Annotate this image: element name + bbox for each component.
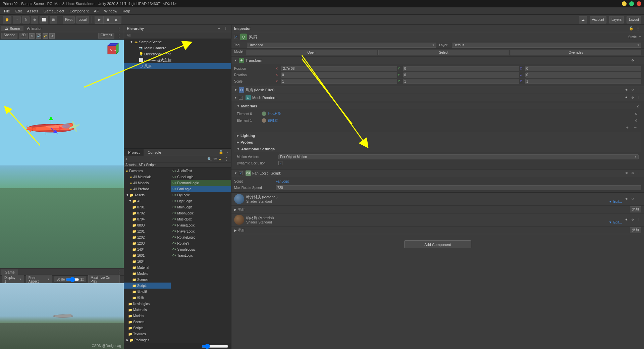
proj-1202[interactable]: 📁 1202 [124, 234, 171, 240]
proj-0803[interactable]: 📁 0803 [124, 222, 171, 228]
project-add-btn[interactable]: + [125, 157, 127, 161]
material2-eye-btn[interactable]: 👁 [624, 217, 629, 222]
menu-help[interactable]: Help [120, 8, 133, 14]
layers-button[interactable]: Layers [609, 16, 624, 23]
select-model-btn[interactable]: Select [378, 50, 509, 55]
material2-more-btn[interactable]: ⋮ [636, 217, 641, 222]
file-moonlogic[interactable]: C# MoonLogic [171, 210, 231, 216]
proj-favorites-header[interactable]: ★ Favorites [124, 168, 171, 174]
tab-game[interactable]: Game [1, 269, 18, 275]
static-dropdown-arrow[interactable]: ▼ [639, 36, 641, 39]
material1-eye-btn[interactable]: 👁 [624, 196, 629, 202]
proj-1604[interactable]: 📁 1604 [124, 258, 171, 264]
hand-tool[interactable]: ✋ [3, 16, 11, 23]
maximize-button[interactable] [629, 1, 634, 6]
cloud-button[interactable]: ☁ [579, 16, 587, 23]
file-lightlogic[interactable]: C# LightLogic [171, 198, 231, 204]
local-button[interactable]: Local [76, 16, 89, 23]
mesh-filter-more-btn[interactable]: ⋮ [636, 87, 641, 93]
scene-gizmo[interactable]: Persp [104, 42, 121, 59]
menu-edit[interactable]: Edit [13, 8, 24, 14]
scale-z-input[interactable] [525, 79, 641, 84]
rect-tool[interactable]: ⬜ [40, 16, 48, 23]
lighting-section-header[interactable]: ▶ Lighting [234, 132, 641, 139]
proj-assets[interactable]: ▼ 📁 Assets [124, 192, 171, 198]
inspector-more-btn[interactable]: ⋮ [635, 26, 641, 31]
layout-button[interactable]: Layout [627, 16, 641, 23]
step-button[interactable]: ⏭ [112, 16, 121, 23]
transform-settings-btn[interactable]: ⚙ [630, 58, 635, 63]
project-eye-btn[interactable]: 👁 [213, 157, 217, 161]
scale-y-input[interactable] [403, 79, 519, 84]
file-audiotest[interactable]: C# AudioTest [171, 168, 231, 174]
script-value[interactable]: FanLogic [276, 180, 641, 183]
proj-material[interactable]: 📁 Material [124, 264, 171, 270]
material2-shader-edit[interactable]: ▼ [609, 220, 612, 224]
motion-vectors-dropdown[interactable]: Per Object Motion ▼ [278, 154, 639, 159]
pos-y-input[interactable] [403, 66, 519, 71]
element0-name[interactable]: 叶片材质 [268, 111, 633, 116]
pos-z-input[interactable] [525, 66, 641, 71]
fan-logic-settings-btn[interactable]: ⚙ [630, 170, 635, 176]
proj-tishi[interactable]: 📁 提示量 [124, 289, 171, 295]
mesh-renderer-more-btn[interactable]: ⋮ [636, 95, 641, 100]
material1-more-btn[interactable]: ⋮ [636, 196, 641, 202]
probes-section-header[interactable]: ▶ Probes [234, 139, 641, 146]
proj-1404[interactable]: 📁 1404 [124, 246, 171, 252]
inspector-lock-btn[interactable]: 🔒 [628, 25, 635, 32]
overrides-btn[interactable]: Overrides [511, 50, 641, 55]
pos-x-input[interactable] [281, 66, 397, 71]
proj-1601[interactable]: 📁 1601 [124, 252, 171, 258]
materials-add-btn[interactable]: + [624, 125, 631, 130]
2d-toggle[interactable]: 2D [19, 33, 28, 39]
hierarchy-add-btn[interactable]: + [216, 26, 222, 31]
mesh-filter-eye-btn[interactable]: 👁 [624, 87, 629, 93]
minimize-button[interactable] [622, 1, 627, 6]
scale-control[interactable]: Scale 1x [54, 277, 86, 282]
mesh-renderer-settings-btn[interactable]: ⚙ [630, 95, 635, 100]
file-rotatey[interactable]: C# RotateY [171, 240, 231, 246]
file-mainlogic[interactable]: C# MainLogic [171, 204, 231, 210]
hierarchy-more-btn[interactable]: ⋮ [223, 26, 228, 31]
fan-logic-eye-btn[interactable]: 👁 [624, 170, 629, 176]
proj-packages[interactable]: ▶ 📁 Packages [124, 337, 171, 343]
proj-scenes[interactable]: 📁 Scenes [124, 319, 171, 325]
tab-console[interactable]: Console [144, 149, 165, 156]
fan-logic-enabled[interactable] [239, 171, 243, 175]
fan-logic-header[interactable]: ▼ C# Fan Logic (Script) 👁 ⚙ ⋮ [231, 169, 644, 177]
mesh-renderer-eye-btn[interactable]: 👁 [624, 95, 629, 100]
file-planetlogic[interactable]: C# PlanetLogic [171, 222, 231, 228]
material1-shader-edit[interactable]: ▼ [609, 200, 612, 203]
proj-models[interactable]: 📁 Models [124, 313, 171, 319]
object-enabled-checkbox[interactable] [234, 35, 238, 39]
mesh-renderer-header[interactable]: ▼ □ Mesh Renderer 👁 ⚙ ⋮ [231, 94, 644, 101]
proj-materials[interactable]: 📁 Materials [124, 307, 171, 313]
proj-all-models[interactable]: ★ All Models [124, 180, 171, 186]
hierarchy-search[interactable] [124, 32, 231, 39]
hierarchy-item-directionallight[interactable]: ▶ 💡 Directional Light [124, 51, 231, 57]
proj-0702[interactable]: 📁 0702 [124, 210, 171, 216]
element1-name[interactable]: 轴材质 [268, 118, 633, 123]
file-flylogic[interactable]: C# FlyLogic [171, 192, 231, 198]
menu-file[interactable]: File [1, 8, 13, 14]
rot-y-input[interactable] [403, 72, 519, 78]
max-rotate-input[interactable] [276, 185, 641, 190]
menu-gameobject[interactable]: GameObject [41, 8, 67, 14]
scale-tool[interactable]: ⊕ [31, 16, 38, 23]
window-controls[interactable] [622, 1, 641, 6]
element0-select-btn[interactable]: ⊙ [634, 111, 639, 116]
audio-toggle[interactable]: 🔊 [36, 33, 41, 39]
mesh-renderer-enabled[interactable] [239, 96, 243, 100]
proj-kevinigles[interactable]: 📁 Kevin Igles [124, 301, 171, 307]
file-cubelogic[interactable]: C# CubeLogic [171, 174, 231, 180]
hierarchy-item-samplescene[interactable]: ▼ ⛰ SampleScene [124, 39, 231, 45]
project-zoom-slider[interactable] [202, 345, 228, 348]
mesh-filter-settings-btn[interactable]: ⚙ [630, 87, 635, 93]
layer-dropdown[interactable]: Default ▼ [452, 43, 641, 48]
proj-gequ[interactable]: 📁 歌曲 [124, 295, 171, 301]
proj-scenes-af[interactable]: 📁 Scenes [124, 277, 171, 283]
maximize-on-play-btn[interactable]: Maximize On Play [88, 275, 120, 284]
material1-edit-btn[interactable]: Edit... [613, 200, 622, 203]
file-playerlogic[interactable]: C# PlayerLogic [171, 228, 231, 234]
gizmos-btn[interactable]: Gizmos [98, 33, 114, 39]
